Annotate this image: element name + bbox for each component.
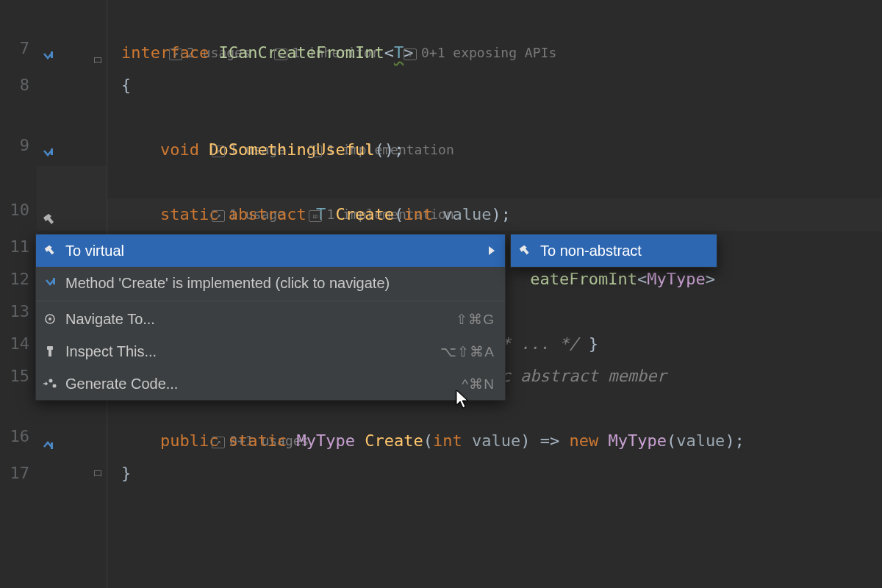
fold-end-icon[interactable]: [93, 469, 102, 478]
svg-point-6: [49, 318, 51, 320]
menu-item-generate-code[interactable]: Generate Code... ^⌘N: [36, 368, 505, 400]
menu-item-label: Generate Code...: [65, 376, 454, 392]
menu-item-label: To virtual: [65, 243, 481, 259]
menu-item-to-non-abstract[interactable]: To non-abstract: [511, 234, 717, 267]
line-number: 12: [0, 263, 37, 295]
line-number: 17: [0, 457, 37, 490]
usage-icon: ↗: [212, 210, 225, 222]
fold-icon[interactable]: [93, 56, 102, 65]
line-number: 10: [0, 166, 37, 231]
hammer-icon: [517, 243, 533, 259]
gutter-row: [37, 457, 107, 490]
code-hint[interactable]: ↗1 usage ⎄1 implementation: [107, 166, 882, 198]
line-number: 9: [0, 101, 37, 166]
implementing-up-icon: [41, 438, 56, 453]
gutter-icon-implementing[interactable]: [37, 392, 107, 457]
menu-item-navigate-impl[interactable]: Method 'Create' is implemented (click to…: [36, 267, 505, 299]
usage-icon: ↗: [212, 146, 225, 157]
gutter-icon-implemented[interactable]: [37, 101, 107, 166]
usage-icon: ↗: [169, 49, 182, 60]
line-number: 11: [0, 231, 37, 263]
inspect-icon: [42, 343, 58, 359]
impl-icon: ⎄: [309, 210, 322, 222]
target-icon: [42, 311, 58, 327]
code-line[interactable]: {: [107, 69, 882, 101]
svg-rect-3: [51, 442, 53, 449]
implemented-down-icon: [41, 147, 56, 162]
context-submenu[interactable]: To non-abstract: [510, 234, 717, 268]
implemented-down-icon: [41, 50, 56, 65]
menu-item-navigate-to[interactable]: Navigate To... ⇧⌘G: [36, 303, 505, 335]
line-number: 15: [0, 360, 37, 392]
gutter-row: [37, 69, 107, 101]
inheritor-icon: ⎄: [274, 49, 287, 60]
line-number: 16: [0, 392, 37, 457]
svg-point-9: [49, 379, 53, 383]
line-number: 7: [0, 4, 37, 69]
line-number: 8: [0, 69, 37, 101]
menu-item-label: Inspect This...: [65, 343, 433, 360]
exposing-icon: ⇪: [404, 49, 417, 60]
code-line[interactable]: }: [107, 457, 882, 490]
code-hint[interactable]: ↗2 usages ⎄1 inheritor ⇪0+1 exposing API…: [107, 4, 882, 37]
svg-rect-1: [51, 148, 53, 155]
gutter-icon-implemented[interactable]: [37, 4, 107, 69]
usage-icon: ↗: [212, 437, 225, 448]
menu-shortcut: ⇧⌘G: [456, 311, 495, 328]
impl-icon: ⎄: [309, 146, 322, 157]
hammer-icon: [41, 212, 56, 226]
svg-rect-7: [47, 346, 53, 350]
menu-item-label: To non-abstract: [540, 243, 706, 259]
menu-shortcut: ⌥⇧⌘A: [440, 343, 495, 360]
implemented-down-icon: [42, 275, 58, 291]
svg-rect-4: [53, 278, 55, 284]
code-hint[interactable]: ↗1 usage ⎄1 implementation: [107, 101, 882, 134]
gutter-icon-action[interactable]: [37, 166, 107, 231]
menu-item-label: Navigate To...: [65, 311, 448, 328]
svg-point-10: [53, 384, 57, 388]
hammer-icon: [42, 243, 58, 259]
menu-item-label: Method 'Create' is implemented (click to…: [65, 275, 495, 292]
context-menu[interactable]: To virtual Method 'Create' is implemente…: [35, 234, 506, 401]
submenu-arrow-icon: [489, 246, 495, 255]
generate-icon: [42, 376, 58, 392]
menu-item-to-virtual[interactable]: To virtual: [36, 234, 505, 267]
svg-rect-8: [49, 350, 51, 356]
gutter-line-numbers: 7 8 9 10 11 12 13 14 15 16 17: [0, 0, 37, 588]
line-number: 14: [0, 328, 37, 360]
menu-item-inspect-this[interactable]: Inspect This... ⌥⇧⌘A: [36, 335, 505, 368]
mouse-cursor: [456, 390, 470, 410]
menu-separator: [36, 301, 505, 301]
svg-rect-0: [51, 51, 53, 58]
line-number: 13: [0, 295, 37, 328]
